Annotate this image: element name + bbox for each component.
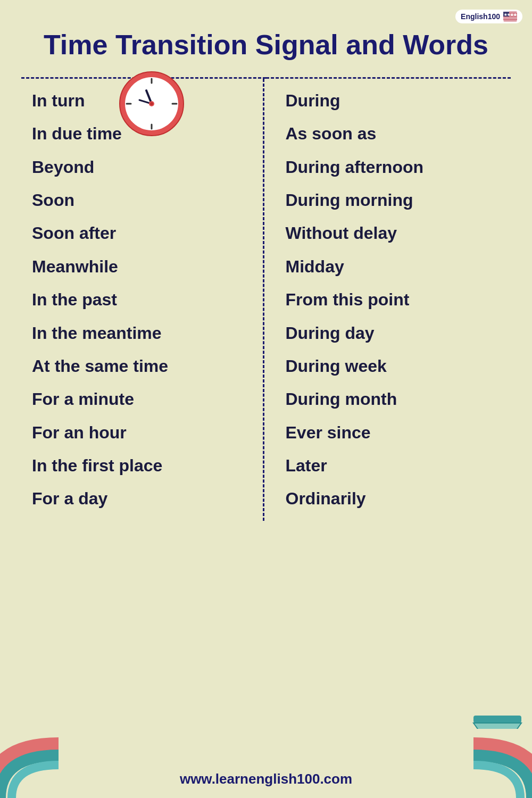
rainbow-left-icon <box>0 734 85 798</box>
svg-rect-19 <box>473 716 521 723</box>
svg-point-18 <box>150 102 153 105</box>
svg-rect-5 <box>503 19 517 19</box>
brand-name: English100 <box>461 12 500 21</box>
list-item: Midday <box>286 250 506 283</box>
svg-rect-6 <box>503 20 517 20</box>
list-item: Beyond <box>32 151 252 184</box>
page-title: Time Transition Signal and Words <box>0 0 532 72</box>
list-item: Later <box>286 449 506 482</box>
footer-url: www.learnenglish100.com <box>180 771 352 787</box>
left-column: In turn In due time Beyond Soon Soon aft… <box>16 79 263 521</box>
list-item: During day <box>286 317 506 350</box>
footer: www.learnenglish100.com <box>0 729 532 798</box>
clock-illustration <box>117 69 186 138</box>
list-item: In the first place <box>32 449 252 482</box>
flag-icon: ★★★★★ <box>503 12 517 21</box>
svg-text:★★★★★: ★★★★★ <box>504 13 518 16</box>
list-item: Soon <box>32 184 252 217</box>
list-item: For a day <box>32 482 252 515</box>
list-item: Ever since <box>286 416 506 449</box>
content-area: In turn In due time Beyond Soon Soon aft… <box>16 79 516 521</box>
list-item: In the past <box>32 283 252 316</box>
list-item: During month <box>286 383 506 415</box>
right-column: During As soon as During afternoon Durin… <box>263 79 517 521</box>
list-item: At the same time <box>32 350 252 383</box>
list-item: During <box>286 84 506 117</box>
list-item: During week <box>286 350 506 383</box>
list-item: For a minute <box>32 383 252 415</box>
brand-badge: English100 ★★★★★ <box>455 10 522 23</box>
list-item: Soon after <box>32 217 252 250</box>
list-item: Without delay <box>286 217 506 250</box>
list-item: Ordinarily <box>286 482 506 515</box>
list-item: For an hour <box>32 416 252 449</box>
list-item: As soon as <box>286 117 506 150</box>
list-item: During morning <box>286 184 506 217</box>
list-item: Meanwhile <box>32 250 252 283</box>
rainbow-right-icon <box>447 734 532 798</box>
svg-rect-4 <box>503 17 517 18</box>
clock-svg <box>117 69 186 138</box>
list-item: From this point <box>286 283 506 316</box>
list-item: During afternoon <box>286 151 506 184</box>
list-item: In the meantime <box>32 317 252 350</box>
